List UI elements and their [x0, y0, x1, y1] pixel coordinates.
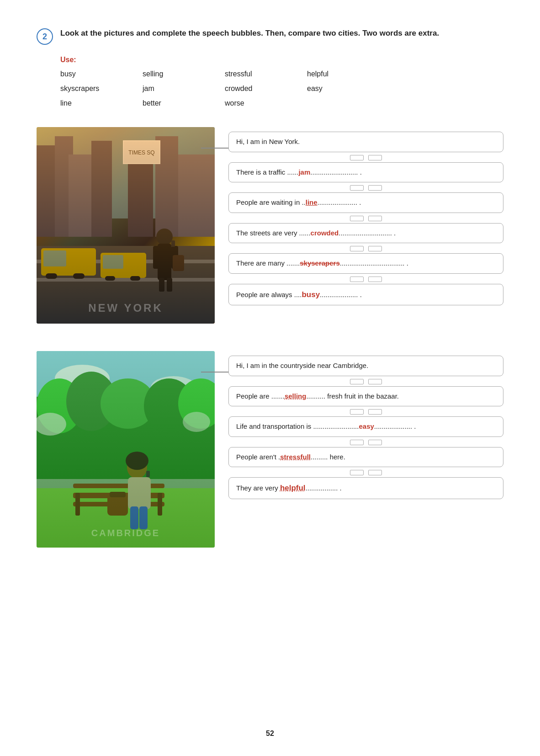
svg-rect-7 [178, 154, 215, 237]
newyork-photo-placeholder: TIMES SQ [37, 127, 215, 324]
connector-ny-3 [228, 216, 503, 221]
link-box-ny-1a [350, 155, 364, 160]
newyork-section: TIMES SQ [37, 127, 503, 324]
svg-rect-49 [128, 477, 151, 509]
bubble-ny-2: There is a traffic ......jam............… [228, 162, 503, 183]
word-easy: easy [307, 83, 389, 94]
word-helpful: helpful [307, 69, 389, 80]
connector-ny-4 [228, 246, 503, 251]
link-box-cam-3b [368, 440, 382, 445]
link-box-ny-1b [368, 155, 382, 160]
connector-cam-1 [228, 379, 503, 384]
bubble-ny-5: There are many .......skyserapers.......… [228, 253, 503, 274]
bubble-ny-6-suffix: .................... . [320, 291, 362, 298]
svg-rect-19 [105, 276, 115, 281]
svg-rect-17 [101, 253, 146, 278]
bubble-cam-2-prefix: People are ....... [236, 392, 285, 400]
svg-rect-32 [37, 397, 215, 488]
svg-rect-10 [37, 246, 215, 324]
cambridge-illustration [37, 351, 215, 548]
word-crowded: crowded [225, 83, 307, 94]
bubble-cam-1: Hi, I am in the countryside near Cambrid… [228, 356, 503, 376]
link-box-ny-2a [350, 185, 364, 191]
exercise-instruction: Look at the pictures and complete the sp… [60, 27, 503, 39]
newyork-photo: TIMES SQ [37, 127, 215, 324]
word-bank: busy selling stressful helpful skyscrape… [60, 69, 503, 109]
bubble-ny-2-answer: jam [298, 168, 310, 176]
svg-rect-29 [37, 351, 215, 442]
link-box-ny-4a [350, 246, 364, 251]
bubble-cam-3-prefix: Life and transportation is .............… [236, 422, 359, 430]
svg-rect-16 [73, 273, 85, 279]
link-box-cam-3a [350, 440, 364, 445]
svg-point-47 [127, 457, 147, 479]
bubble-ny-4-suffix: ............................ . [339, 229, 396, 237]
svg-rect-0 [37, 127, 215, 218]
svg-rect-44 [75, 493, 80, 516]
svg-rect-23 [153, 246, 160, 269]
bubble-cam-3-suffix: .................... . [374, 422, 416, 430]
svg-rect-50 [130, 506, 138, 529]
svg-point-35 [101, 378, 155, 429]
exercise-number: 2 [37, 28, 53, 45]
link-box-cam-4b [368, 470, 382, 475]
word-skyscrapers: skyscrapers [60, 83, 143, 94]
svg-rect-6 [155, 136, 178, 237]
svg-rect-18 [103, 255, 123, 269]
bubble-cam-4-suffix: ......... here. [311, 453, 345, 461]
svg-rect-2 [55, 136, 73, 237]
svg-rect-40 [37, 479, 215, 548]
svg-rect-52 [107, 495, 128, 516]
bubble-ny-5-prefix: There are many ....... [236, 259, 300, 267]
page-number: 52 [266, 729, 274, 738]
bubble-cam-5-answer: helpful [280, 484, 306, 492]
cambridge-section: Hi, I am in the countryside near Cambrid… [37, 351, 503, 548]
svg-point-34 [66, 372, 116, 431]
connector-cam-2 [228, 409, 503, 415]
svg-rect-15 [46, 273, 57, 279]
bubble-ny-1-text: Hi, I am in New York. [236, 138, 300, 145]
word-jam: jam [143, 83, 225, 94]
svg-rect-51 [139, 506, 148, 529]
bubble-ny-6-answer: busy [302, 290, 320, 299]
svg-rect-42 [73, 493, 164, 498]
connector-ny-1 [228, 155, 503, 160]
svg-point-38 [37, 413, 66, 436]
connector-cam-4 [228, 470, 503, 475]
cambridge-photo-placeholder [37, 351, 215, 548]
svg-rect-55 [144, 478, 149, 492]
svg-rect-4 [91, 141, 112, 237]
bubble-cam-2: People are .......selling.......... fres… [228, 386, 503, 407]
svg-rect-14 [43, 250, 66, 266]
bubble-ny-5-answer: skyserapers [300, 259, 340, 267]
svg-point-48 [126, 452, 148, 470]
bubble-cam-3: Life and transportation is .............… [228, 416, 503, 437]
bubble-cam-3-answer: easy [359, 422, 374, 430]
svg-rect-13 [41, 248, 96, 276]
svg-point-33 [37, 378, 82, 433]
svg-rect-22 [158, 244, 171, 280]
link-box-cam-2b [368, 409, 382, 415]
link-box-ny-2b [368, 185, 382, 191]
bubble-cam-2-middle: .......... fresh fruit in the bazaar. [306, 392, 399, 400]
svg-rect-3 [69, 154, 96, 237]
svg-rect-28 [173, 255, 184, 271]
bubble-ny-3-prefix: People are waiting in .. [236, 198, 306, 206]
connector-ny-5 [228, 277, 503, 282]
connector-cam-3 [228, 440, 503, 445]
svg-rect-20 [130, 276, 140, 281]
bubble-ny-5-suffix: .................................. . [340, 259, 408, 267]
link-box-ny-5b [368, 277, 382, 282]
cambridge-photo [37, 351, 215, 548]
bubble-ny-2-suffix: ......................... . [310, 168, 362, 176]
bubble-ny-6-prefix: People are always .... [236, 291, 302, 298]
bubble-cam-4-answer: stressfull [280, 453, 311, 461]
arrow-line-cam [201, 372, 228, 373]
link-box-ny-3b [368, 216, 382, 221]
bubble-cam-1-text: Hi, I am in the countryside near Cambrid… [236, 362, 368, 369]
svg-rect-46 [73, 484, 164, 488]
bubble-ny-3: People are waiting in ..line............… [228, 192, 503, 213]
link-box-cam-4a [350, 470, 364, 475]
svg-point-37 [178, 378, 215, 429]
link-box-ny-5a [350, 277, 364, 282]
